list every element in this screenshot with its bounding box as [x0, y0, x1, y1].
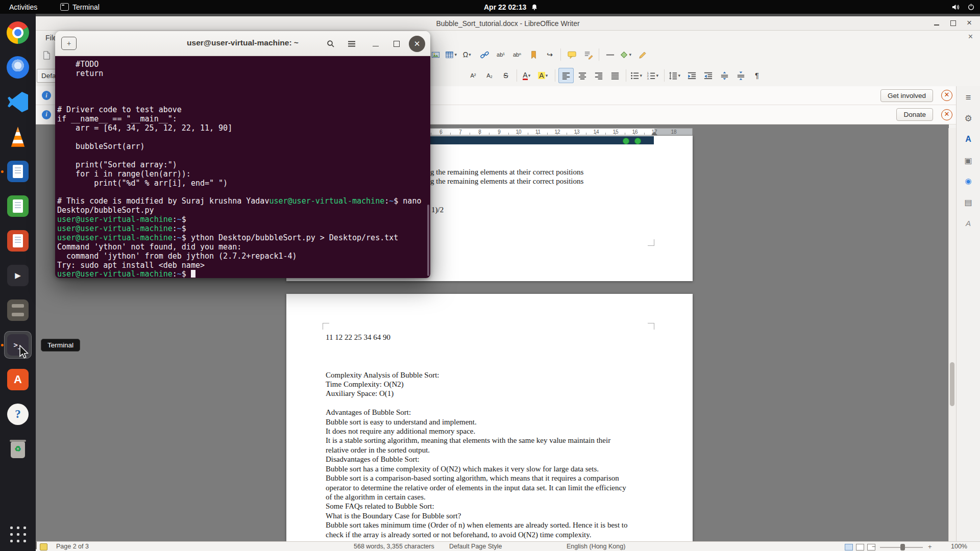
align-left-button[interactable]: [558, 68, 574, 83]
basic-shapes-button[interactable]: ▾: [619, 47, 634, 62]
dock-item-trash[interactable]: ♻: [4, 435, 32, 463]
insert-bookmark-button[interactable]: [526, 47, 541, 62]
paragraph-spacing-increase-button[interactable]: [717, 68, 732, 83]
terminal-window[interactable]: + user@user-virtual-machine: ~ ✕ #TODO r…: [55, 31, 430, 278]
dock-item-vlc[interactable]: [4, 123, 32, 151]
minimize-icon[interactable]: [368, 36, 384, 52]
ruler-number: 10: [516, 129, 521, 135]
multi-page-view-icon[interactable]: [856, 544, 864, 550]
align-center-button[interactable]: [575, 68, 590, 83]
strikethrough-button[interactable]: S: [498, 68, 513, 83]
decrease-indent-button[interactable]: [700, 68, 716, 83]
close-icon[interactable]: ✕: [409, 36, 425, 52]
dropdown-arrow-icon[interactable]: ▾: [528, 73, 533, 78]
terminal-body[interactable]: #TODO return # Driver code to test above…: [55, 56, 430, 278]
track-changes-button[interactable]: [580, 47, 596, 62]
zoom-slider-thumb[interactable]: [900, 544, 905, 550]
right-indent-marker[interactable]: [651, 132, 657, 135]
paragraph-spacing-decrease-button[interactable]: [733, 68, 748, 83]
insert-footnote-button[interactable]: ab¹: [493, 47, 508, 62]
close-infobar-icon[interactable]: ✕: [941, 90, 952, 101]
dropdown-arrow-icon[interactable]: ▾: [640, 73, 645, 78]
formatting-marks-button[interactable]: ¶: [749, 68, 765, 83]
increase-indent-button[interactable]: [684, 68, 699, 83]
align-right-button[interactable]: [591, 68, 606, 83]
zoom-out-icon[interactable]: −: [872, 543, 876, 550]
insert-special-character-button[interactable]: Ω▾: [460, 47, 476, 62]
sidebar-tab-gallery[interactable]: ▣: [961, 153, 976, 167]
dock-item-writer[interactable]: [4, 158, 32, 185]
new-document-button[interactable]: [39, 47, 54, 63]
get-involved-button[interactable]: Get involved: [880, 89, 933, 102]
dock-item-impress[interactable]: [4, 227, 32, 255]
insert-table-button[interactable]: ▾: [444, 47, 459, 62]
dropdown-arrow-icon[interactable]: ▾: [469, 52, 473, 57]
dock-item-vscode[interactable]: [4, 88, 32, 116]
system-status-area[interactable]: [951, 3, 975, 11]
activities-button[interactable]: Activities: [9, 3, 37, 11]
dock-item-software[interactable]: A: [4, 366, 32, 393]
show-draw-functions-button[interactable]: [635, 47, 650, 62]
superscript-button[interactable]: A²: [465, 68, 481, 83]
ordered-list-button[interactable]: 1.2.3.▾: [646, 68, 661, 83]
dock-item-chromium[interactable]: [4, 54, 32, 81]
dropdown-arrow-icon[interactable]: ▾: [678, 73, 683, 78]
page-style-status[interactable]: Default Page Style: [449, 543, 502, 550]
zoom-in-icon[interactable]: +: [928, 543, 932, 550]
gnome-top-bar: Activities Terminal Apr 22 02:13: [0, 0, 980, 14]
dock-item-files[interactable]: [4, 296, 32, 324]
line-spacing-button[interactable]: ▾: [668, 68, 683, 83]
maximize-button[interactable]: [947, 17, 959, 29]
save-indicator-icon[interactable]: [36, 541, 37, 549]
maximize-icon[interactable]: [388, 36, 405, 52]
dock-item-chrome[interactable]: [4, 19, 32, 46]
vertical-scrollbar[interactable]: [948, 128, 956, 541]
dropdown-arrow-icon[interactable]: ▾: [656, 73, 661, 78]
document-paragraph: Bubble sort is easy to understand and im…: [326, 417, 632, 427]
menu-icon[interactable]: [344, 36, 360, 52]
donate-button[interactable]: Donate: [896, 108, 933, 121]
dropdown-arrow-icon[interactable]: ▾: [546, 73, 550, 78]
writer-title-bar[interactable]: Bubble_Sort_tutorial.docx - LibreOffice …: [36, 16, 980, 31]
justify-button[interactable]: [607, 68, 623, 83]
zoom-level[interactable]: 100%: [951, 543, 967, 550]
focused-app-menu[interactable]: Terminal: [60, 3, 100, 11]
close-document-icon[interactable]: ×: [968, 32, 973, 41]
insert-endnote-button[interactable]: abⁿ: [509, 47, 525, 62]
dock-item-show-applications[interactable]: [4, 520, 32, 548]
close-infobar-icon[interactable]: ✕: [941, 109, 952, 120]
clock-menu[interactable]: Apr 22 02:13: [484, 3, 538, 11]
dropdown-arrow-icon[interactable]: ▾: [629, 52, 634, 57]
horizontal-line-button[interactable]: [602, 47, 618, 62]
insert-cross-reference-button[interactable]: ↪: [542, 47, 557, 62]
status-bar: Page 2 of 3 568 words, 3,355 characters …: [36, 541, 980, 551]
sidebar-tab-styles[interactable]: A: [961, 132, 976, 146]
insert-comment-button[interactable]: [564, 47, 579, 62]
sidebar-tab-navigator[interactable]: ◉: [961, 174, 976, 188]
highlighting-color-button[interactable]: A▾: [536, 68, 552, 83]
dropdown-arrow-icon[interactable]: ▾: [455, 52, 459, 57]
page-number-status[interactable]: Page 2 of 3: [56, 543, 89, 550]
scrollbar-thumb[interactable]: [950, 362, 954, 406]
dock-item-videos[interactable]: ▶: [4, 262, 32, 289]
word-count-status[interactable]: 568 words, 3,355 characters: [354, 543, 434, 550]
vlc-icon: [8, 126, 28, 147]
minimize-button[interactable]: [930, 17, 943, 29]
language-status[interactable]: English (Hong Kong): [567, 543, 625, 550]
dock-item-calc[interactable]: [4, 192, 32, 220]
sidebar-tab-sidebar-settings[interactable]: ≡: [961, 90, 976, 105]
search-icon[interactable]: [323, 36, 339, 52]
sidebar-tab-style-inspector[interactable]: A: [961, 216, 976, 230]
document-page-2[interactable]: 11 12 22 25 34 64 90 Complexity Analysis…: [286, 294, 693, 541]
font-color-button[interactable]: A▾: [520, 68, 535, 83]
single-page-view-icon[interactable]: [845, 544, 853, 550]
terminal-header-bar[interactable]: + user@user-virtual-machine: ~ ✕: [55, 31, 430, 56]
subscript-button[interactable]: A₂: [482, 68, 497, 83]
dock-item-help[interactable]: ?: [4, 400, 32, 428]
unordered-list-button[interactable]: ▾: [629, 68, 645, 83]
sidebar-tab-page[interactable]: ▤: [961, 195, 976, 209]
close-button[interactable]: ×: [963, 17, 975, 29]
terminal-scrollbar-thumb[interactable]: [427, 205, 429, 276]
sidebar-tab-properties[interactable]: ⚙: [961, 111, 976, 126]
insert-hyperlink-button[interactable]: [477, 47, 492, 62]
